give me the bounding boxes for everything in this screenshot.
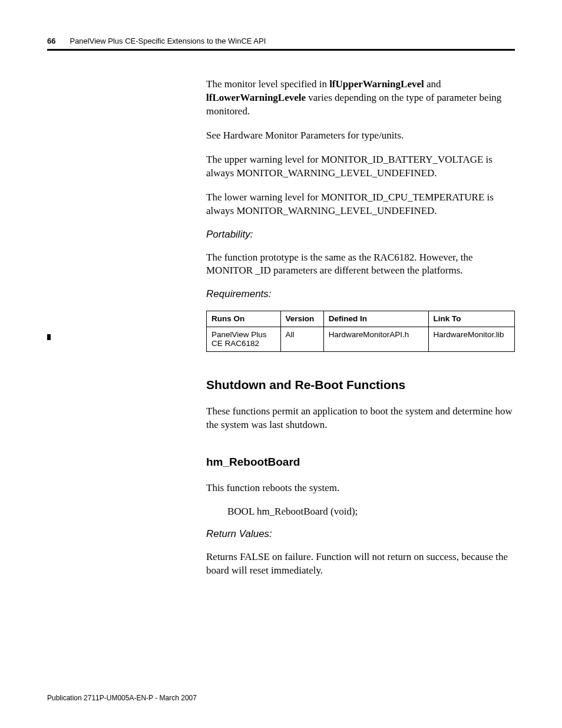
paragraph-shutdown-desc: These functions permit an application to… xyxy=(206,405,515,432)
header-rule xyxy=(47,49,515,51)
th-version: Version xyxy=(280,311,323,327)
table-header-row: Runs On Version Defined In Link To xyxy=(207,311,515,327)
paragraph-monitor-level: The monitor level specified in lfUpperWa… xyxy=(206,78,515,118)
text: and xyxy=(424,78,441,90)
subhead-portability: Portability: xyxy=(206,229,515,241)
th-defined-in: Defined In xyxy=(323,311,428,327)
header-title: PanelView Plus CE-Specific Extensions to… xyxy=(70,37,266,45)
subhead-return-values: Return Values: xyxy=(206,528,515,540)
paragraph-lower-warning: The lower warning level for MONITOR_ID_C… xyxy=(206,191,515,218)
footer-publication: Publication 2711P-UM005A-EN-P - March 20… xyxy=(47,694,197,702)
bold-term: lfLowerWarningLevele xyxy=(206,92,306,103)
function-prototype: BOOL hm_RebootBoard (void); xyxy=(227,506,515,518)
text: The monitor level specified in xyxy=(206,78,329,90)
paragraph-see-hw: See Hardware Monitor Parameters for type… xyxy=(206,129,515,143)
page-number: 66 xyxy=(47,37,55,45)
subhead-requirements: Requirements: xyxy=(206,288,515,300)
th-runs-on: Runs On xyxy=(207,311,281,327)
body-content: The monitor level specified in lfUpperWa… xyxy=(206,78,515,578)
paragraph-upper-warning: The upper warning level for MONITOR_ID_B… xyxy=(206,153,515,180)
heading-hm-rebootboard: hm_RebootBoard xyxy=(206,456,515,469)
table-row: PanelView Plus CE RAC6182 All HardwareMo… xyxy=(207,327,515,352)
td-runs-on: PanelView Plus CE RAC6182 xyxy=(207,327,281,352)
paragraph-return-desc: Returns FALSE on failure. Function will … xyxy=(206,551,515,578)
td-defined-in: HardwareMonitorAPI.h xyxy=(323,327,428,352)
td-version: All xyxy=(280,327,323,352)
paragraph-portability-text: The function prototype is the same as th… xyxy=(206,251,515,278)
page-header: 66 PanelView Plus CE-Specific Extensions… xyxy=(47,37,515,45)
th-link-to: Link To xyxy=(428,311,514,327)
change-bar-icon xyxy=(47,334,51,340)
bold-term: lfUpperWarningLevel xyxy=(329,78,424,90)
paragraph-reboot-desc: This function reboots the system. xyxy=(206,482,515,495)
heading-shutdown-reboot: Shutdown and Re-Boot Functions xyxy=(206,378,515,392)
td-link-to: HardwareMonitor.lib xyxy=(428,327,514,352)
requirements-table: Runs On Version Defined In Link To Panel… xyxy=(206,311,515,352)
